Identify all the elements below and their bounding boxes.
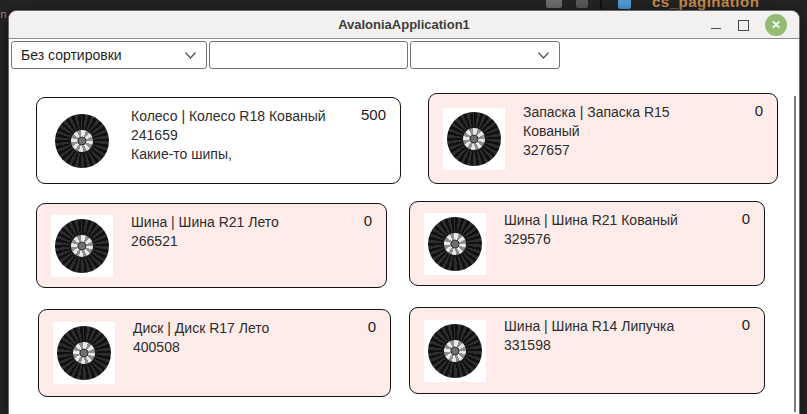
chevron-down-icon	[537, 51, 550, 60]
sort-combobox-value: Без сортировки	[21, 47, 122, 63]
background-editor-text: in	[0, 8, 7, 20]
titlebar[interactable]: AvaloniaApplication1 ✕	[9, 11, 799, 39]
editor-tab-label: cs_pagination	[652, 0, 759, 10]
tire-image	[53, 322, 115, 384]
product-card[interactable]: Шина | Шина R21 Кованый 329576 0	[409, 201, 765, 286]
maximize-button[interactable]	[738, 20, 749, 31]
minimize-button[interactable]	[710, 18, 722, 32]
file-icon	[618, 0, 631, 9]
tire-image	[443, 108, 505, 170]
product-card[interactable]: Колесо | Колесо R18 Кованый 241659 Какие…	[36, 97, 401, 184]
product-count: 0	[755, 102, 763, 119]
product-count: 0	[742, 316, 750, 333]
product-count: 0	[742, 210, 750, 227]
product-title: Шина | Шина R14 Липучка	[504, 317, 712, 336]
product-card[interactable]: Запаска | Запаска R15 Кованый 327657 0	[428, 93, 778, 184]
product-title: Колесо | Колесо R18 Кованый	[131, 107, 348, 126]
tire-image	[424, 320, 486, 382]
tire-image	[51, 110, 113, 172]
close-button[interactable]: ✕	[765, 14, 787, 36]
product-title: Шина | Шина R21 Кованый	[504, 211, 712, 230]
product-id: 331598	[504, 336, 712, 355]
toolbar: Без сортировки	[11, 41, 801, 71]
product-id: 327657	[523, 141, 725, 160]
background-toolbar-icon	[576, 0, 588, 8]
sort-combobox[interactable]: Без сортировки	[11, 41, 207, 69]
vertical-scrollbar[interactable]	[794, 96, 797, 412]
background-toolbar-icon	[546, 0, 562, 8]
product-count: 500	[361, 106, 386, 123]
product-id: 266521	[131, 232, 334, 251]
product-description: Какие-то шипы,	[131, 145, 348, 164]
window-controls: ✕	[710, 11, 787, 39]
background-tab-divider	[600, 0, 602, 9]
product-id: 241659	[131, 126, 348, 145]
product-title: Запаска | Запаска R15 Кованый	[523, 103, 725, 141]
search-textbox-wrap	[209, 41, 408, 69]
chevron-down-icon	[184, 51, 197, 60]
product-card[interactable]: Шина | Шина R14 Липучка 331598 0	[409, 307, 765, 394]
tire-image	[424, 213, 486, 275]
tire-image	[51, 215, 113, 277]
product-card[interactable]: Диск | Диск R17 Лето 400508 0	[38, 309, 391, 397]
search-input[interactable]	[210, 42, 407, 68]
desktop-background: in cs_pagination AvaloniaApplication1 ✕ …	[0, 0, 807, 414]
product-count: 0	[368, 318, 376, 335]
filter-combobox[interactable]	[410, 41, 560, 69]
product-count: 0	[364, 212, 372, 229]
window-title: AvaloniaApplication1	[338, 17, 470, 32]
product-title: Шина | Шина R21 Лето	[131, 213, 334, 232]
product-card[interactable]: Шина | Шина R21 Лето 266521 0	[36, 203, 387, 288]
product-id: 329576	[504, 230, 712, 249]
product-title: Диск | Диск R17 Лето	[133, 319, 338, 338]
app-window: AvaloniaApplication1 ✕ Без сортировки	[8, 10, 800, 414]
product-id: 400508	[133, 338, 338, 357]
